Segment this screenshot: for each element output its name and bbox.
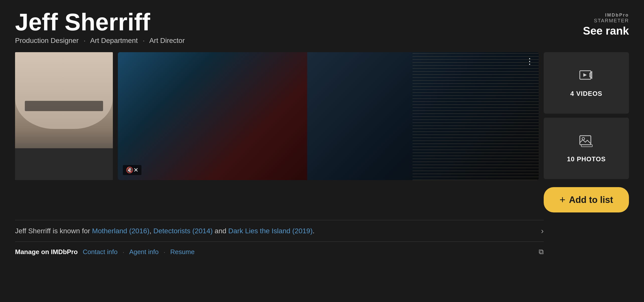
- bottom-area: Jeff Sherriff is known for Motherland (2…: [15, 220, 629, 272]
- add-to-list-label: Add to list: [569, 195, 613, 205]
- known-for-text: Jeff Sherriff is known for Motherland (2…: [15, 227, 536, 235]
- known-for-prefix: Jeff Sherriff is known for: [15, 227, 92, 235]
- content-with-sidebar: Jeff Sherriff is known for Motherland (2…: [15, 220, 629, 262]
- see-rank-link[interactable]: See rank: [583, 25, 629, 37]
- manage-sep-2: ·: [164, 249, 165, 256]
- add-to-list-container: + Add to list: [544, 187, 629, 212]
- mute-icon: 🔇✕: [126, 167, 138, 174]
- sidebar-spacer: [544, 220, 629, 262]
- glasses-area: [25, 101, 103, 111]
- page-container: Jeff Sherriff Production Designer · Art …: [0, 0, 644, 272]
- person-roles: Production Designer · Art Department · A…: [15, 37, 185, 45]
- video-mute-button[interactable]: 🔇✕: [123, 165, 141, 175]
- profile-photo[interactable]: [15, 52, 113, 180]
- video-section: ⋮ 🔇✕: [118, 52, 539, 180]
- known-for-link-3[interactable]: Dark Lies the Island (2019): [228, 227, 312, 235]
- videos-label: 4 VIDEOS: [570, 90, 602, 98]
- manage-sep-1: ·: [123, 249, 124, 256]
- photo-section: [15, 52, 113, 180]
- svg-marker-2: [583, 73, 587, 77]
- video-more-button[interactable]: ⋮: [526, 57, 534, 65]
- svg-rect-3: [580, 136, 591, 145]
- header-area: Jeff Sherriff Production Designer · Art …: [15, 10, 629, 45]
- resume-link[interactable]: Resume: [170, 248, 195, 256]
- sidebar-section: 4 VIDEOS 10 PHOTOS + Add to list: [544, 52, 629, 212]
- svg-point-4: [582, 137, 585, 140]
- photos-label: 10 PHOTOS: [567, 155, 606, 163]
- main-content: ⋮ 🔇✕ 4 VIDEOS: [15, 52, 629, 212]
- contact-info-link[interactable]: Contact info: [83, 248, 118, 256]
- imdbpro-label: IMDbPro: [605, 13, 629, 18]
- scene-wall: [413, 52, 539, 180]
- photos-icon: [579, 134, 594, 152]
- photos-tile[interactable]: 10 PHOTOS: [544, 118, 629, 179]
- known-for-comma1: ,: [149, 227, 153, 235]
- face-simulation: [15, 52, 113, 180]
- known-for-bar: Jeff Sherriff is known for Motherland (2…: [15, 220, 544, 242]
- starmeter-sublabel: STARMETER: [583, 18, 629, 24]
- add-to-list-button[interactable]: + Add to list: [544, 187, 629, 212]
- manage-label: Manage on IMDbPro: [15, 248, 78, 256]
- videos-tile[interactable]: 4 VIDEOS: [544, 52, 629, 114]
- manage-bar: Manage on IMDbPro Contact info · Agent i…: [15, 242, 544, 262]
- videos-icon: [579, 68, 594, 86]
- starmeter-block: IMDbPro STARMETER See rank: [583, 13, 629, 37]
- name-block: Jeff Sherriff Production Designer · Art …: [15, 10, 185, 45]
- role-separator-1: ·: [84, 37, 86, 44]
- known-for-and: and: [213, 227, 228, 235]
- known-for-link-1[interactable]: Motherland (2016): [92, 227, 149, 235]
- content-main: Jeff Sherriff is known for Motherland (2…: [15, 220, 544, 262]
- video-player[interactable]: ⋮ 🔇✕: [118, 52, 539, 180]
- plus-icon: +: [559, 194, 565, 205]
- role-art-director: Art Director: [149, 37, 185, 44]
- scene-left: [118, 52, 307, 180]
- agent-info-link[interactable]: Agent info: [129, 248, 158, 256]
- shirt-area: [15, 148, 113, 180]
- role-separator-2: ·: [143, 37, 145, 44]
- role-art-department: Art Department: [90, 37, 138, 44]
- known-for-suffix: .: [313, 227, 315, 235]
- video-scene: [118, 52, 539, 180]
- role-production-designer: Production Designer: [15, 37, 79, 44]
- face-shadow: [15, 52, 113, 129]
- person-name: Jeff Sherriff: [15, 10, 185, 34]
- known-for-chevron[interactable]: ›: [541, 226, 544, 236]
- known-for-link-2[interactable]: Detectorists (2014): [153, 227, 213, 235]
- external-link-icon[interactable]: ⧉: [539, 248, 544, 256]
